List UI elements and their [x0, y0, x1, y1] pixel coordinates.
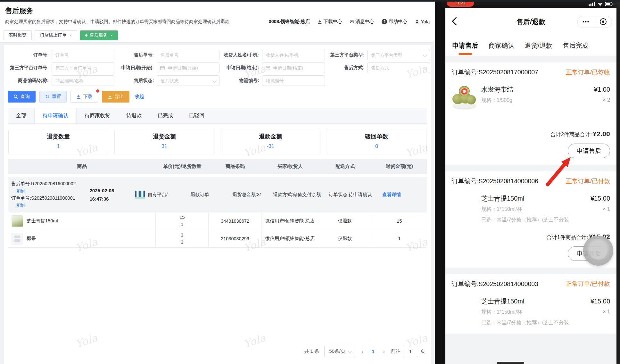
order-total-amount: ¥2.00 [593, 130, 610, 137]
order-platform: 自有平台/ [125, 191, 178, 199]
search-icon [13, 94, 18, 99]
platform-order-no-input[interactable] [52, 62, 114, 73]
mtab-apply-aftersale[interactable]: 申请售后 [452, 41, 478, 50]
mobile-tabbar: 申请售后 商家确认 退货/退款 售后完成 [445, 35, 616, 56]
order-type: 退款订单 [178, 192, 221, 198]
tab-store-online-orders[interactable]: 门店线上订单 × [35, 30, 77, 40]
battery-icon [605, 2, 613, 6]
admin-panel: 售后服务 商家处理买家的售后需求，支持申请确认、申请驳回。邮件快递的订单需买家邮… [0, 0, 435, 364]
mobile-screen: 售后/退款 ••• 申请售后 商家确认 退货/退款 售后完成 订单编号:S202… [445, 8, 616, 364]
order-numbers: 售后单号:R2025020816000002 复制 订单单号:S20250208… [11, 180, 90, 209]
receiver-input[interactable] [262, 50, 325, 60]
order-group-header: 售后单号:R2025020816000002 复制 订单单号:S20250208… [8, 177, 427, 212]
message-center-link[interactable]: ✉ 消息中心 [350, 19, 374, 25]
close-icon[interactable]: × [70, 33, 72, 38]
filter-logistics-no: 物流编号: [218, 75, 322, 86]
goto-page: 前往 页 [391, 346, 425, 357]
filter-order-no: 订单号: [8, 50, 112, 60]
product-name: 芝士青提150ml [481, 194, 524, 203]
status-tab-all[interactable]: 全部 [8, 108, 34, 123]
prev-page-button[interactable]: ‹ [360, 348, 364, 354]
status-tab-pending-confirm[interactable]: 待申请确认 [34, 108, 77, 123]
unit-price: 15 [179, 215, 185, 220]
aftersale-method-select[interactable] [367, 62, 430, 73]
status-tab-pending-receive[interactable]: 待商家收货 [77, 108, 118, 123]
stat-value: 31 [115, 144, 214, 149]
status-tab-completed[interactable]: 已完成 [150, 108, 181, 123]
download-button[interactable]: 下载 [70, 91, 98, 103]
reset-button[interactable]: ↻ 重置 [39, 91, 67, 103]
apply-date-start-input[interactable] [157, 62, 219, 73]
platform-type-select[interactable] [367, 50, 430, 60]
product-image-placeholder [12, 233, 23, 244]
mobile-panel: 17:31 售后/退款 ••• 申请售后 商家确认 退货/退 [435, 0, 620, 364]
goto-page-input[interactable] [403, 346, 418, 357]
home-indicator [497, 362, 524, 364]
user-menu[interactable]: Yola [415, 19, 430, 24]
product-options: 已选：常温/7分糖（推荐）/芝士不分装 [481, 319, 581, 327]
download-center-link[interactable]: 下载中心 [318, 19, 342, 25]
stat-cards: 退货数量 1 退货金额 31 退款金额 -31 驳回单数 0 [8, 129, 426, 154]
mtab-aftersale-done[interactable]: 售后完成 [563, 41, 589, 50]
workspace-tabbar: 实时概览 门店线上订单 × 售后服务 × [0, 28, 435, 43]
export-button[interactable]: 导出 [102, 91, 129, 103]
order-no-input[interactable] [52, 50, 114, 60]
copy-link[interactable]: 复制 [16, 202, 25, 209]
table-row: 椰果 11 21030030299 微信用户/领锋智能-总店 仅退款 1 [8, 230, 427, 247]
return-amount: 15 [372, 212, 427, 230]
close-icon[interactable]: × [111, 33, 113, 38]
status-icons [589, 1, 614, 7]
next-page-button[interactable]: › [382, 348, 386, 354]
product-qty: × 1 [603, 309, 610, 316]
mtab-merchant-confirm[interactable]: 商家确认 [489, 41, 514, 50]
product-code-input[interactable] [52, 75, 114, 86]
view-detail-link[interactable]: 查看详情 [382, 192, 424, 198]
current-page[interactable]: 1 [369, 349, 376, 354]
close-capsule-button[interactable] [595, 18, 612, 25]
aftersale-status-select[interactable] [157, 75, 219, 86]
wifi-icon [598, 3, 602, 6]
page-size-select[interactable]: 50条/页 [324, 346, 355, 357]
envelope-icon: ✉ [350, 19, 354, 25]
tab-realtime-overview[interactable]: 实时概览 [4, 30, 32, 40]
store-name: 0008.领锋智能-总店 [269, 19, 310, 25]
help-center-link[interactable]: ? 帮助中心 [382, 19, 407, 25]
more-icon[interactable]: ••• [578, 19, 595, 24]
product-price: ¥15.00 [591, 298, 610, 305]
order-number: 订单编号:S2025020817000007 [452, 68, 538, 77]
notification-dot [96, 89, 99, 93]
refund-method: 退款方式:储值支付余额 [273, 191, 329, 198]
filter-platform-type: 第三方平台类型: [323, 50, 427, 60]
unit-price: 1 [181, 232, 183, 238]
header-row: 商家处理买家的售后需求，支持申请确认、申请驳回。邮件快递的订单需买家邮寄回商品等… [5, 19, 430, 25]
stat-return-amount: 退货金额 31 [114, 129, 214, 154]
copy-link[interactable]: 复制 [16, 187, 25, 194]
filter-receiver: 收货人姓名/手机: [218, 50, 322, 60]
apply-date-end-input[interactable] [262, 62, 325, 73]
product-barcode: 21030030299 [209, 230, 262, 247]
tab-after-sale-service[interactable]: 售后服务 × [80, 30, 118, 40]
apply-aftersale-button[interactable]: 申请售后 [568, 144, 610, 158]
table-header: 商品 单价(元)/退货数量 商品条码 买家/收货人 配送方式 退货金额(元) [8, 159, 427, 174]
pagination: 共 1 条 50条/页 ‹ 1 › 前往 页 [8, 343, 427, 359]
logistics-no-input[interactable] [262, 75, 325, 86]
download-icon [76, 95, 81, 99]
status-tab-rejected[interactable]: 已驳回 [181, 108, 212, 123]
product-spec: 规格：1/500g [481, 97, 512, 104]
back-icon[interactable] [452, 17, 460, 26]
mtab-return-refund[interactable]: 退货/退款 [525, 41, 552, 50]
order-group: 售后单号:R2025020816000002 复制 订单单号:S20250208… [8, 177, 427, 248]
status-tab-pending-refund[interactable]: 待退款 [118, 108, 150, 123]
product-name: 水发海带结 [481, 85, 513, 94]
buyer: 微信用户/领锋智能-总店 [262, 230, 318, 247]
floating-ball[interactable] [583, 236, 613, 266]
stat-value: 1 [9, 144, 108, 149]
active-dot-icon [85, 34, 87, 37]
main-card: 订单号: 售后单号: 收货人姓名/手机: 第三方平台类型: 第三方平台订单号: [4, 45, 431, 364]
person-icon [415, 20, 419, 24]
collapse-link[interactable]: 收起 [135, 94, 144, 100]
search-button[interactable]: 查询 [8, 91, 36, 103]
mobile-page-title: 售后/退款 [517, 17, 545, 26]
export-icon [108, 95, 112, 99]
aftersale-no-input[interactable] [157, 50, 219, 60]
